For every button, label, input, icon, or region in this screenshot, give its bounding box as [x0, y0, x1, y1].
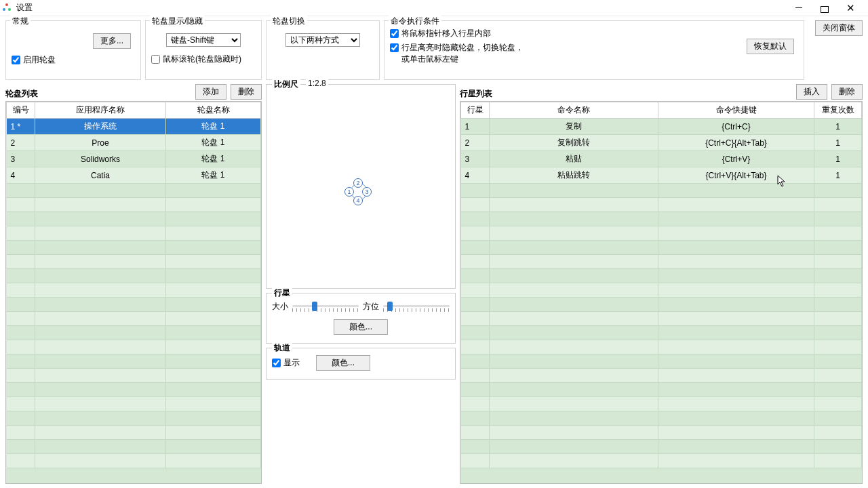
wheel-diagram: 1 2 3 4 [344, 178, 372, 205]
table-row[interactable] [461, 454, 862, 468]
table-row[interactable] [461, 184, 862, 198]
wheel-list-title: 轮盘列表 [5, 88, 38, 100]
table-row[interactable] [7, 184, 261, 198]
group-switch: 轮盘切换 以下两种方式 [266, 20, 380, 80]
table-row[interactable] [7, 198, 261, 212]
table-row[interactable] [461, 269, 862, 283]
col-app[interactable]: 应用程序名称 [35, 102, 166, 119]
table-row[interactable] [7, 312, 261, 326]
col-key[interactable]: 命令快捷键 [658, 102, 814, 119]
switch-mode-select[interactable]: 以下两种方式 [285, 33, 360, 47]
table-row[interactable] [7, 426, 261, 440]
col-cmd[interactable]: 命令名称 [490, 102, 658, 119]
close-button[interactable]: ✕ [841, 3, 860, 13]
table-row[interactable] [461, 212, 862, 226]
close-panel-button[interactable]: 关闭窗体 [815, 20, 863, 36]
enable-wheel-input[interactable] [12, 56, 20, 64]
mouse-wheel-checkbox[interactable]: 鼠标滚轮(轮盘隐藏时) [151, 54, 256, 65]
enable-wheel-checkbox[interactable]: 启用轮盘 [12, 54, 135, 66]
table-row[interactable]: 4粘贴跳转{Ctrl+V}{Alt+Tab}1 [461, 167, 862, 184]
group-show-hide: 轮盘显示/隐藏 键盘-Shift键 鼠标滚轮(轮盘隐藏时) [145, 20, 262, 80]
col-no[interactable]: 编号 [7, 102, 35, 119]
size-slider[interactable] [292, 300, 359, 312]
table-row[interactable]: 1 *操作系统轮盘 1 [7, 119, 261, 135]
table-row[interactable] [7, 440, 261, 454]
scale-preview: 比例尺 1:2.8 1 2 3 4 [266, 84, 456, 289]
mouse-wheel-input[interactable] [151, 55, 160, 64]
table-row[interactable] [461, 283, 862, 298]
table-row[interactable] [7, 255, 261, 269]
table-row[interactable]: 2Proe轮盘 1 [7, 135, 261, 151]
table-row[interactable] [461, 298, 862, 312]
group-title: 命令执行条件 [389, 16, 441, 27]
table-row[interactable]: 2复制跳转{Ctrl+C}{Alt+Tab}1 [461, 135, 862, 151]
table-row[interactable] [7, 383, 261, 397]
mouse-wheel-label: 鼠标滚轮(轮盘隐藏时) [163, 54, 241, 65]
table-row[interactable]: 1复制{Ctrl+C}1 [461, 119, 862, 135]
table-row[interactable] [461, 198, 862, 212]
restore-default-button[interactable]: 恢复默认 [747, 39, 794, 54]
azimuth-slider[interactable] [383, 300, 450, 312]
table-row[interactable]: 3粘贴{Ctrl+V}1 [461, 151, 862, 167]
col-rep[interactable]: 重复次数 [814, 102, 862, 119]
table-row[interactable] [461, 340, 862, 354]
titlebar: 设置 ✕ [0, 0, 868, 16]
cond2-label: 行星高亮时隐藏轮盘，切换轮盘，或单击鼠标左键 [401, 42, 530, 65]
table-row[interactable] [7, 340, 261, 354]
table-row[interactable] [7, 212, 261, 226]
planet-list-title: 行星列表 [460, 88, 492, 100]
table-row[interactable] [461, 440, 862, 454]
planet-table[interactable]: 行星 命令名称 命令快捷键 重复次数 1复制{Ctrl+C}12复制跳转{Ctr… [460, 101, 863, 484]
group-title: 常规 [10, 16, 31, 27]
table-row[interactable] [461, 226, 862, 241]
table-row[interactable] [7, 269, 261, 283]
size-label: 大小 [272, 301, 288, 312]
table-row[interactable] [461, 383, 862, 397]
planet-color-button[interactable]: 颜色... [334, 319, 388, 335]
table-row[interactable] [461, 326, 862, 340]
orbit-show-input[interactable] [272, 359, 281, 367]
table-row[interactable] [7, 369, 261, 383]
table-row[interactable] [461, 255, 862, 269]
table-row[interactable] [7, 454, 261, 468]
table-row[interactable] [461, 241, 862, 255]
maximize-button[interactable] [821, 6, 829, 13]
col-planet[interactable]: 行星 [461, 102, 490, 119]
group-title: 轮盘显示/隐藏 [150, 16, 205, 27]
cond1-checkbox[interactable] [390, 29, 399, 38]
table-row[interactable] [7, 354, 261, 369]
add-button[interactable]: 添加 [195, 84, 226, 100]
table-row[interactable] [7, 298, 261, 312]
table-row[interactable] [461, 369, 862, 383]
table-row[interactable] [461, 312, 862, 326]
orbit-show-label: 显示 [283, 357, 300, 369]
delete-button[interactable]: 删除 [231, 84, 262, 100]
planet-node-1: 1 [344, 187, 354, 197]
delete-planet-button[interactable]: 删除 [831, 84, 863, 100]
app-icon [3, 3, 12, 13]
table-row[interactable] [461, 411, 862, 426]
table-row[interactable] [7, 411, 261, 426]
table-row[interactable] [7, 226, 261, 241]
insert-button[interactable]: 插入 [796, 84, 827, 100]
table-row[interactable] [461, 397, 862, 411]
table-row[interactable] [7, 241, 261, 255]
scale-value: 1:2.8 [306, 79, 328, 88]
table-row[interactable] [461, 426, 862, 440]
show-mode-select[interactable]: 键盘-Shift键 [166, 33, 241, 47]
col-wheel[interactable]: 轮盘名称 [166, 102, 261, 119]
table-row[interactable] [7, 326, 261, 340]
wheel-table[interactable]: 编号 应用程序名称 轮盘名称 1 *操作系统轮盘 12Proe轮盘 13Soli… [5, 101, 262, 484]
orbit-show-checkbox[interactable]: 显示 [272, 357, 300, 369]
more-button[interactable]: 更多... [93, 33, 131, 49]
orbit-color-button[interactable]: 颜色... [316, 355, 370, 371]
orbit-panel: 轨道 显示 颜色... [266, 348, 456, 380]
table-row[interactable]: 4Catia轮盘 1 [7, 167, 261, 184]
window-title: 设置 [16, 2, 789, 14]
table-row[interactable] [461, 354, 862, 369]
table-row[interactable]: 3Solidworks轮盘 1 [7, 151, 261, 167]
table-row[interactable] [7, 397, 261, 411]
table-row[interactable] [7, 283, 261, 298]
minimize-button[interactable] [789, 3, 808, 13]
cond2-checkbox[interactable] [390, 43, 399, 52]
